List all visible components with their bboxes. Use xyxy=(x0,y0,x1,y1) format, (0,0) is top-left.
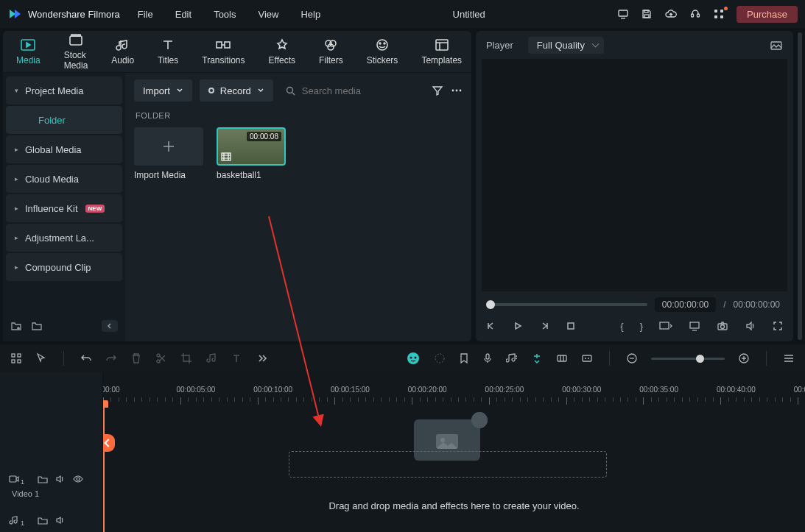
aspect-dropdown-icon[interactable] xyxy=(659,321,672,331)
audio-mixer-icon[interactable] xyxy=(506,352,518,364)
tab-audio[interactable]: Audio xyxy=(111,38,134,65)
track-visible-icon[interactable] xyxy=(73,475,83,483)
trim-handle[interactable] xyxy=(102,434,115,452)
redo-icon[interactable] xyxy=(105,352,117,364)
tab-transitions[interactable]: Transitions xyxy=(202,38,245,65)
svg-point-39 xyxy=(410,357,412,359)
media-clip-basketball1[interactable]: 00:00:08 basketball1 xyxy=(217,127,286,180)
progress-slider[interactable] xyxy=(486,303,647,306)
player-viewport[interactable] xyxy=(482,59,787,291)
scrollbar[interactable] xyxy=(798,32,802,340)
zoom-out-icon[interactable] xyxy=(626,352,638,364)
volume-icon[interactable] xyxy=(745,321,756,331)
split-icon[interactable] xyxy=(155,352,167,364)
svg-point-23 xyxy=(456,90,458,92)
svg-rect-11 xyxy=(71,35,80,36)
quality-dropdown[interactable]: Full Quality xyxy=(528,37,604,54)
apps-grid-icon[interactable] xyxy=(10,352,22,364)
text-tool-icon[interactable] xyxy=(231,352,242,364)
audio-track-header[interactable]: 1 xyxy=(0,508,74,532)
sidebar-item-folder[interactable]: Folder xyxy=(6,106,122,134)
menu-view[interactable]: View xyxy=(258,9,278,20)
new-folder-icon[interactable] xyxy=(10,320,22,332)
tab-filters[interactable]: Filters xyxy=(319,38,343,65)
svg-point-36 xyxy=(157,354,160,357)
add-media-icon[interactable]: + xyxy=(471,412,488,428)
zoom-in-icon[interactable] xyxy=(738,352,750,364)
caption-icon[interactable] xyxy=(581,352,593,364)
menu-file[interactable]: File xyxy=(138,9,153,20)
delete-icon[interactable] xyxy=(130,352,142,364)
color-tool-icon[interactable] xyxy=(434,352,446,364)
playhead[interactable] xyxy=(103,406,105,532)
folder-icon[interactable] xyxy=(31,320,43,332)
svg-rect-4 xyxy=(697,14,700,17)
magnet-icon[interactable] xyxy=(531,352,543,364)
menu-edit[interactable]: Edit xyxy=(175,9,191,20)
mark-out-icon[interactable]: } xyxy=(640,321,643,332)
ruler-label: 00:00:35:00 xyxy=(639,386,678,394)
keyframe-icon[interactable] xyxy=(556,352,568,364)
tab-stock-media[interactable]: Stock Media xyxy=(64,32,88,71)
sidebar-item-project-media[interactable]: ▾Project Media xyxy=(6,77,122,104)
filter-icon[interactable] xyxy=(432,85,443,96)
stop-icon[interactable] xyxy=(566,321,576,331)
audio-mute-icon[interactable] xyxy=(55,516,66,525)
sidebar-item-influence-kit[interactable]: ▸Influence KitNEW xyxy=(6,194,122,222)
tab-templates[interactable]: Templates xyxy=(421,38,462,65)
menu-tools[interactable]: Tools xyxy=(214,9,236,20)
mic-icon[interactable] xyxy=(482,352,493,364)
track-mute-icon[interactable] xyxy=(55,475,66,483)
zoom-slider[interactable] xyxy=(651,358,725,360)
prev-frame-icon[interactable] xyxy=(486,321,496,331)
svg-point-17 xyxy=(377,40,387,50)
screen-icon[interactable] xyxy=(617,8,629,20)
record-dropdown[interactable]: Record xyxy=(200,79,273,102)
tab-titles[interactable]: Titles xyxy=(158,38,178,65)
save-icon[interactable] xyxy=(641,8,653,20)
marker-icon[interactable] xyxy=(459,352,469,364)
undo-icon[interactable] xyxy=(80,352,92,364)
import-dropdown[interactable]: Import xyxy=(134,79,192,102)
svg-rect-44 xyxy=(583,355,591,361)
sidebar-item-adjustment-layer[interactable]: ▸Adjustment La... xyxy=(6,224,122,252)
timeline[interactable]: 00:0000:00:05:0000:00:10:0000:00:15:0000… xyxy=(0,372,805,532)
tab-stickers[interactable]: Stickers xyxy=(367,38,398,65)
timeline-ruler[interactable]: 00:0000:00:05:0000:00:10:0000:00:15:0000… xyxy=(103,386,805,408)
collapse-sidebar-icon[interactable] xyxy=(102,320,118,332)
audio-tool-icon[interactable] xyxy=(205,352,217,364)
more-icon[interactable] xyxy=(451,85,463,96)
sidebar-item-global-media[interactable]: ▸Global Media xyxy=(6,135,122,163)
camera-icon[interactable] xyxy=(717,321,728,331)
play-icon[interactable] xyxy=(513,321,523,331)
ruler-label: 00:00:05:00 xyxy=(176,386,215,394)
total-time: 00:00:00:00 xyxy=(734,299,783,310)
support-icon[interactable] xyxy=(689,8,701,20)
mark-in-icon[interactable]: { xyxy=(620,321,623,332)
import-media-card[interactable]: Import Media xyxy=(134,127,203,180)
crop-icon[interactable] xyxy=(180,352,192,364)
ai-assistant-icon[interactable] xyxy=(406,351,421,366)
more-tools-icon[interactable] xyxy=(256,352,267,364)
track-view-icon[interactable] xyxy=(783,352,795,364)
fullscreen-icon[interactable] xyxy=(773,321,783,331)
audio-folder-icon[interactable] xyxy=(38,516,48,525)
svg-point-40 xyxy=(415,357,417,359)
menu-help[interactable]: Help xyxy=(300,9,320,20)
select-tool-icon[interactable] xyxy=(35,352,47,364)
tab-media[interactable]: Media xyxy=(16,38,41,65)
player-tab-label[interactable]: Player xyxy=(486,40,513,51)
tab-effects[interactable]: Effects xyxy=(269,38,295,65)
ruler-label: 00:00:10:00 xyxy=(253,386,292,394)
snapshot-icon[interactable] xyxy=(770,39,783,51)
sidebar-item-compound-clip[interactable]: ▸Compound Clip xyxy=(6,253,122,281)
cloud-icon[interactable] xyxy=(664,8,678,20)
sidebar-item-cloud-media[interactable]: ▸Cloud Media xyxy=(6,165,122,193)
drop-zone[interactable] xyxy=(289,451,607,478)
apps-icon[interactable] xyxy=(713,8,725,20)
search-input[interactable] xyxy=(302,85,405,96)
purchase-button[interactable]: Purchase xyxy=(737,6,798,23)
svg-rect-3 xyxy=(692,14,694,17)
next-frame-icon[interactable] xyxy=(539,321,549,331)
display-icon[interactable] xyxy=(689,321,700,331)
